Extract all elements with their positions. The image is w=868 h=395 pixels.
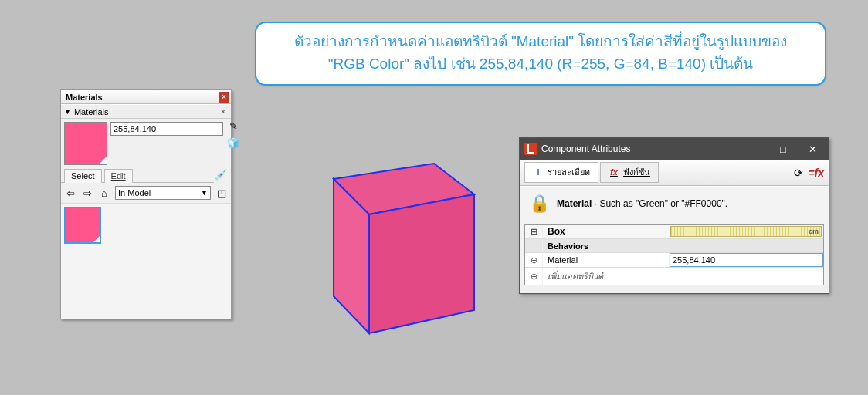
close-icon[interactable]: × xyxy=(219,92,229,103)
nav-forward-icon[interactable]: ⇨ xyxy=(81,187,93,199)
close-icon[interactable]: ✕ xyxy=(798,138,827,160)
material-name-input[interactable] xyxy=(110,122,223,136)
materials-section-label: Materials xyxy=(74,107,109,116)
nav-back-icon[interactable]: ⇦ xyxy=(64,187,76,199)
info-icon: i xyxy=(533,167,544,177)
explanation-callout: ตัวอย่างการกำหนดค่าแอตทริบิวต์ "Material… xyxy=(255,22,826,86)
behaviors-group-row: Behaviors xyxy=(525,239,823,253)
maximize-icon[interactable]: □ xyxy=(768,138,798,160)
section-close-icon[interactable]: × xyxy=(218,106,228,116)
tab-details[interactable]: i รายละเอียด xyxy=(524,162,598,183)
minimize-icon[interactable]: — xyxy=(739,138,768,160)
desc-label: Material xyxy=(557,198,592,209)
tab-edit[interactable]: Edit xyxy=(104,169,133,183)
refresh-icon[interactable]: ⟳ xyxy=(794,167,803,179)
object-name: Box xyxy=(542,225,669,238)
materials-nav: ⇦ ⇨ ⌂ In Model ▼ ◳ xyxy=(61,183,231,203)
eyedropper-icon[interactable]: 💉 xyxy=(214,168,228,182)
attributes-table: ⊟ Box cm Behaviors ⊖ Material ⊕ xyxy=(524,224,824,285)
material-attr-row: ⊖ Material xyxy=(525,253,823,268)
material-thumbnail[interactable] xyxy=(64,207,101,244)
collapse-icon[interactable]: ⊟ xyxy=(525,226,542,238)
behaviors-label: Behaviors xyxy=(542,240,669,252)
component-attributes-window: Component Attributes — □ ✕ i รายละเอียด … xyxy=(519,137,829,294)
cube-preview xyxy=(293,131,494,347)
component-attributes-titlebar[interactable]: Component Attributes — □ ✕ xyxy=(520,138,829,160)
current-material-swatch[interactable] xyxy=(64,122,107,165)
component-attributes-toolbar: i รายละเอียด fx ฟังก์ชั่น ⟳ =fx xyxy=(520,160,829,186)
units-ruler[interactable]: cm xyxy=(670,226,822,237)
materials-title: Materials xyxy=(66,93,103,102)
fx-icon: fx xyxy=(609,167,619,177)
tab-select[interactable]: Select xyxy=(64,169,102,183)
object-header-row: ⊟ Box cm xyxy=(525,225,823,239)
attr-value-material-input[interactable] xyxy=(670,253,823,267)
component-attributes-title: Component Attributes xyxy=(541,143,630,154)
library-select[interactable]: In Model ▼ xyxy=(115,186,211,200)
toggle-formula-icon[interactable]: =fx xyxy=(808,167,824,179)
collapse-icon[interactable]: ▼ xyxy=(64,108,71,116)
tab-functions[interactable]: fx ฟังก์ชั่น xyxy=(600,162,659,183)
library-select-value: In Model xyxy=(118,188,151,198)
add-attr-label: เพิ่มแอตทริบิวต์ xyxy=(542,268,669,285)
materials-section-header[interactable]: ▼ Materials × xyxy=(61,104,231,119)
callout-line-2: "RGB Color" ลงไป เช่น 255,84,140 (R=255,… xyxy=(270,53,811,76)
materials-panel: Materials × ▼ Materials × ✎ 🧊 Select Edi… xyxy=(60,89,232,319)
callout-line-1: ตัวอย่างการกำหนดค่าแอตทริบิวต์ "Material… xyxy=(270,31,811,53)
materials-titlebar[interactable]: Materials × xyxy=(61,90,231,104)
details-menu-icon[interactable]: ◳ xyxy=(215,187,228,199)
row-remove-icon[interactable]: ⊖ xyxy=(525,255,542,266)
materials-grid xyxy=(61,203,231,319)
send-to-model-icon[interactable]: ✎ xyxy=(226,119,240,133)
nav-home-icon[interactable]: ⌂ xyxy=(98,187,110,199)
attribute-description: 🔒 MaterialSuch as "Green" or "#FF0000". xyxy=(520,187,829,221)
svg-marker-2 xyxy=(369,194,474,333)
chevron-down-icon: ▼ xyxy=(201,189,208,197)
desc-text: Such as "Green" or "#FF0000". xyxy=(599,198,727,209)
lock-icon: 🔒 xyxy=(527,193,551,214)
sketchup-logo-icon xyxy=(524,143,537,155)
add-attribute-row[interactable]: ⊕ เพิ่มแอตทริบิวต์ xyxy=(525,268,823,285)
attr-name-material[interactable]: Material xyxy=(542,254,669,266)
create-material-icon[interactable]: 🧊 xyxy=(226,136,240,150)
row-add-icon[interactable]: ⊕ xyxy=(525,271,542,282)
